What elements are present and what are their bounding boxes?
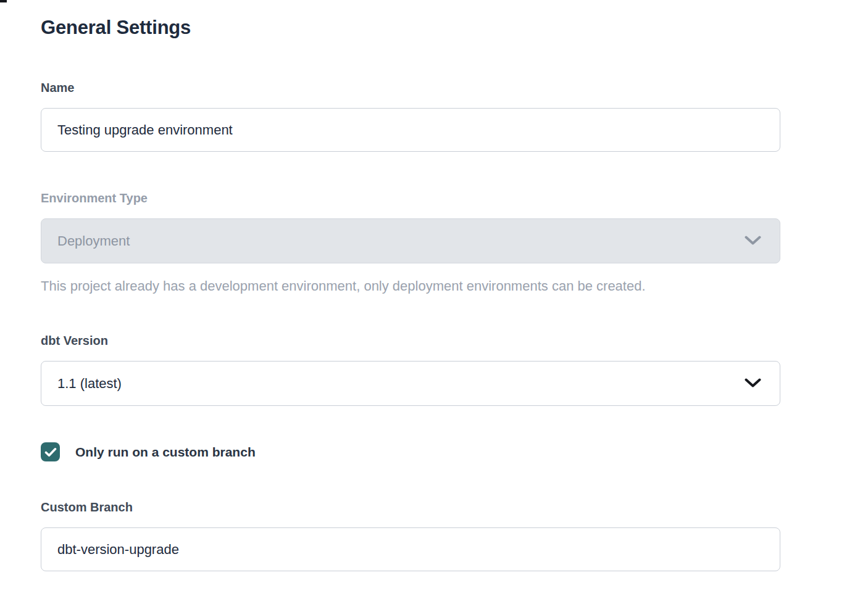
name-input[interactable] xyxy=(41,108,780,152)
general-settings-page: General Settings Name Environment Type D… xyxy=(0,0,868,591)
custom-branch-checkbox-row[interactable]: Only run on a custom branch xyxy=(41,442,780,461)
chevron-down-icon xyxy=(745,376,761,392)
custom-branch-input[interactable] xyxy=(41,527,780,571)
chevron-down-icon xyxy=(745,233,761,249)
screen-edge-artifact xyxy=(0,0,7,2)
field-name: Name xyxy=(41,81,780,152)
dbt-version-label: dbt Version xyxy=(41,334,780,347)
environment-type-value: Deployment xyxy=(57,233,130,249)
check-icon xyxy=(44,447,57,457)
dbt-version-value: 1.1 (latest) xyxy=(57,376,122,392)
field-dbt-version: dbt Version 1.1 (latest) xyxy=(41,334,780,406)
custom-branch-checkbox-label[interactable]: Only run on a custom branch xyxy=(75,445,256,460)
environment-type-label: Environment Type xyxy=(41,191,780,205)
custom-branch-label: Custom Branch xyxy=(41,500,780,514)
dbt-version-select[interactable]: 1.1 (latest) xyxy=(41,361,780,406)
field-custom-branch: Custom Branch xyxy=(41,500,780,571)
environment-type-select: Deployment xyxy=(41,218,780,263)
custom-branch-checkbox[interactable] xyxy=(41,442,60,461)
settings-form: General Settings Name Environment Type D… xyxy=(0,0,868,591)
environment-type-helper: This project already has a development e… xyxy=(41,278,780,294)
field-environment-type: Environment Type Deployment This project… xyxy=(41,191,780,294)
name-label: Name xyxy=(41,81,780,94)
page-title: General Settings xyxy=(41,16,780,39)
